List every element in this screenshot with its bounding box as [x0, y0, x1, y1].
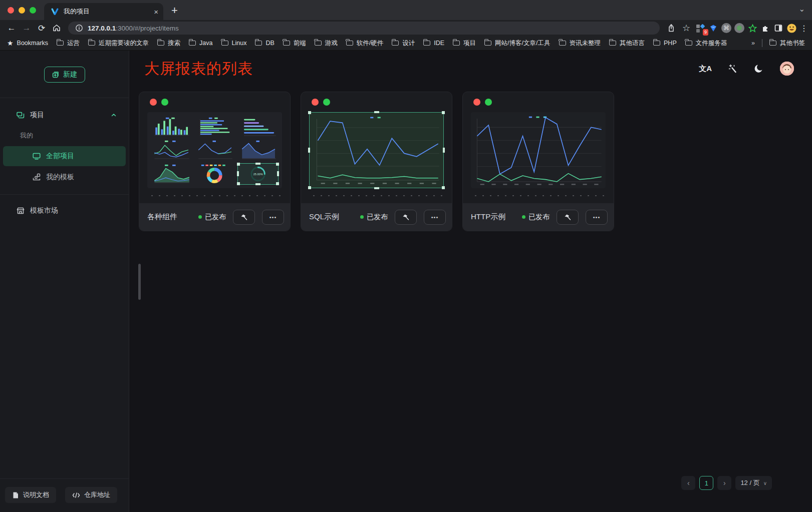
browser-tab[interactable]: 我的项目 × [44, 3, 163, 20]
bookmark-folder[interactable]: DB [255, 40, 274, 47]
sidebar-section-project[interactable]: 项目 [0, 104, 129, 126]
project-card[interactable]: HTTP示例 已发布 ••• [462, 92, 614, 231]
prev-page-button[interactable]: ‹ [681, 476, 695, 490]
tab-close-icon[interactable]: × [154, 8, 158, 16]
chevron-up-icon[interactable] [111, 112, 117, 118]
close-window-button[interactable] [8, 7, 14, 14]
bookmarks-overflow-icon[interactable]: » [751, 40, 755, 47]
home-icon[interactable] [49, 22, 64, 35]
extension-grid-icon[interactable]: 9 [694, 22, 707, 35]
sidebar-divider [0, 98, 129, 98]
edit-button[interactable] [557, 210, 579, 225]
bookmark-folder[interactable]: 网站/博客/文章/工具 [484, 39, 550, 48]
avatar[interactable] [780, 62, 794, 76]
edit-button[interactable] [233, 210, 255, 225]
more-button[interactable]: ••• [586, 210, 608, 225]
emoji-extension-icon[interactable] [785, 22, 798, 35]
project-card[interactable]: SQL示例 已发布 ••• [301, 92, 452, 231]
sidebar-item-label: 我的模板 [46, 173, 74, 182]
status-dot [198, 215, 202, 219]
bookmarks-bar: ★ Bookmarks 运营 近期需要读的文章 搜索 Java Linux DB… [0, 36, 812, 51]
bookmark-folder[interactable]: IDE [423, 40, 444, 47]
window-controls[interactable] [0, 7, 44, 20]
browser-menu-icon[interactable]: ⋮ [800, 24, 808, 33]
card-footer: 各种组件 已发布 ••• [139, 203, 290, 231]
mini-area-chart [238, 140, 278, 160]
edit-button[interactable] [395, 210, 417, 225]
share-icon[interactable] [664, 22, 679, 35]
command-extension-icon[interactable]: ⌘ [720, 22, 733, 35]
bookmark-folder[interactable]: 文件服务器 [685, 39, 727, 48]
folder-icon [685, 41, 692, 46]
status-dot [522, 215, 525, 219]
record-extension-icon[interactable] [733, 22, 746, 35]
bookmark-folder[interactable]: 设计 [392, 39, 415, 48]
bookmark-star-icon[interactable]: ☆ [679, 22, 694, 35]
bookmark-folder[interactable]: 资讯未整理 [559, 39, 601, 48]
site-info-icon[interactable] [75, 24, 83, 32]
sidebar-item-my-templates[interactable]: 我的模板 [3, 167, 126, 187]
hammer-icon [240, 213, 248, 221]
forward-icon[interactable]: → [19, 22, 34, 35]
extensions-puzzle-icon[interactable] [759, 22, 772, 35]
bookmark-folder[interactable]: 软件/硬件 [346, 39, 383, 48]
sidebar-group-mine: 我的 [0, 126, 129, 145]
page-size-select[interactable]: 12 / 页 ∨ [735, 476, 772, 490]
repo-button[interactable]: 仓库地址 [65, 487, 117, 503]
folder-icon [189, 41, 196, 46]
address-bar[interactable]: 127.0.0.1:3000/#/project/items [68, 22, 660, 35]
bookmark-folder[interactable]: PHP [653, 40, 677, 47]
maximize-window-button[interactable] [30, 7, 36, 14]
sidebar-panel-icon[interactable] [772, 22, 785, 35]
star-extension-icon[interactable] [746, 22, 759, 35]
new-tab-button[interactable]: + [171, 5, 178, 16]
folder-icon [283, 41, 290, 46]
new-project-button[interactable]: 新建 [44, 67, 85, 83]
bookmarks-manager[interactable]: ★ Bookmarks [7, 39, 48, 47]
card-green-dot [485, 99, 492, 106]
folder-icon [609, 41, 616, 46]
card-red-dot [473, 99, 480, 106]
hammer-icon [402, 213, 410, 221]
bookmark-folder[interactable]: Linux [221, 40, 247, 47]
folder-icon [769, 41, 776, 46]
gem-extension-icon[interactable] [707, 22, 720, 35]
bookmark-folder[interactable]: 游戏 [315, 39, 338, 48]
tab-title: 我的项目 [64, 7, 149, 16]
bookmark-folder[interactable]: 搜索 [157, 39, 180, 48]
back-icon[interactable]: ← [4, 22, 19, 35]
current-page-button[interactable]: 1 [699, 476, 713, 490]
reload-icon[interactable]: ⟳ [34, 22, 49, 35]
sidebar-item-all-projects[interactable]: 全部项目 [3, 146, 126, 166]
bookmarks-star-icon: ★ [7, 39, 14, 47]
tab-search-chevron-icon[interactable]: ⌄ [798, 5, 805, 14]
next-page-button[interactable]: › [717, 476, 731, 490]
sidebar-footer: 说明文档 仓库地址 [0, 478, 129, 512]
hammer-icon [564, 213, 572, 221]
selected-gauge-widget[interactable]: 25.00% [238, 164, 278, 184]
bookmark-folder[interactable]: 运营 [57, 39, 80, 48]
magic-wand-icon[interactable] [728, 64, 738, 74]
more-button[interactable]: ••• [262, 210, 284, 225]
bookmark-folder[interactable]: 前端 [283, 39, 306, 48]
minimize-window-button[interactable] [19, 7, 25, 14]
other-bookmarks[interactable]: 其他书签 [769, 39, 805, 48]
docs-button[interactable]: 说明文档 [5, 487, 56, 503]
url-host: 127.0.0.1 [88, 25, 116, 32]
sidebar-item-template-market[interactable]: 模板市场 [0, 200, 129, 222]
favicon [51, 8, 59, 16]
scrollbar-thumb[interactable] [138, 264, 141, 300]
storefront-icon [16, 206, 25, 215]
more-button[interactable]: ••• [424, 210, 446, 225]
bookmark-folder[interactable]: 其他语言 [609, 39, 645, 48]
translate-icon[interactable]: 文A [699, 64, 712, 74]
dark-mode-moon-icon[interactable] [754, 64, 764, 74]
bookmark-folder[interactable]: 近期需要读的文章 [88, 39, 149, 48]
folder-icon [453, 41, 460, 46]
bookmark-folder[interactable]: Java [189, 40, 212, 47]
card-thumbnail: 25.00% [147, 112, 282, 188]
folder-icon [315, 41, 322, 46]
sidebar-divider [0, 194, 129, 195]
project-card[interactable]: 25.00% 各种组件 已发布 ••• [139, 92, 291, 231]
bookmark-folder[interactable]: 项目 [453, 39, 476, 48]
